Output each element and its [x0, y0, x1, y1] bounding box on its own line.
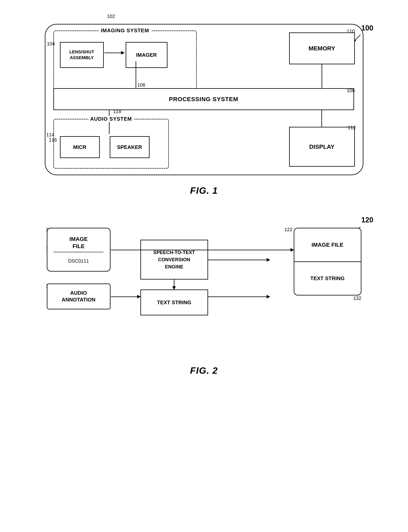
ref-122-right: 122 — [284, 227, 292, 232]
lens-line2: ASSEMBLY — [69, 55, 94, 61]
arrow-lens-imager — [104, 52, 124, 53]
imaging-system-dashed: IMAGING SYSTEM 104 LENS/SHUT ASSEMBLY IM… — [53, 30, 197, 90]
line-imager-proc — [136, 61, 136, 88]
arrow-imgfile-right — [111, 250, 294, 250]
img-file-right-top-line1: IMAGE FILE — [311, 241, 343, 248]
fig1-container: 100 102 IMAGING SYSTEM 104 LENS/SHUT A — [35, 24, 373, 196]
line-mem-proc — [322, 64, 322, 88]
img-file-right-top-text: IMAGE FILE — [311, 241, 343, 248]
arrow-speech-right — [208, 260, 270, 260]
page: 100 102 IMAGING SYSTEM 104 LENS/SHUT A — [0, 0, 408, 532]
img-file-left-sub: DSC0111 — [68, 258, 89, 264]
micr-label: MICR — [73, 144, 86, 150]
arrow-speech-textstring — [174, 279, 174, 289]
fig2-container: 120 122 126 IMAGE FILE DSC0111 — [35, 216, 373, 376]
img-file-left-line1: IMAGE — [69, 236, 88, 243]
img-file-right-bottom: TEXT STRING — [294, 262, 361, 295]
fig2-caption: FIG. 2 — [35, 365, 373, 376]
ref-132: 132 — [353, 296, 361, 301]
img-file-right-bottom-text: TEXT STRING — [310, 275, 345, 281]
arrow-textstring-right — [208, 296, 270, 297]
speech-engine-text: SPEECH-TO-TEXT CONVERSION ENGINE — [153, 249, 195, 270]
fig1-outer-box: 102 IMAGING SYSTEM 104 LENS/SHUT ASSEMBL… — [45, 24, 363, 175]
ref-104: 104 — [47, 41, 55, 47]
audio-annotation-line1: AUDIO — [62, 290, 95, 296]
speech-engine-line3: ENGINE — [153, 263, 195, 270]
processing-label: PROCESSING SYSTEM — [169, 96, 238, 102]
lens-line1: LENS/SHUT — [69, 49, 94, 55]
img-file-left-title: IMAGE FILE — [69, 236, 88, 250]
audio-annotation-line2: ANNOTATION — [62, 296, 95, 303]
img-file-left-line2: FILE — [69, 243, 88, 250]
memory-box: MEMORY — [289, 33, 355, 64]
lens-assembly-box: LENS/SHUT ASSEMBLY — [60, 42, 104, 68]
ref-106: 106 — [137, 82, 145, 88]
memory-label: MEMORY — [309, 45, 335, 52]
ref-100: 100 — [361, 24, 373, 32]
imaging-system-label: IMAGING SYSTEM — [99, 27, 151, 34]
ref-102: 102 — [107, 14, 115, 19]
img-file-left-divider — [54, 252, 103, 252]
speech-engine-box: SPEECH-TO-TEXT CONVERSION ENGINE — [140, 240, 208, 279]
img-file-right-top: IMAGE FILE — [294, 228, 361, 262]
speech-engine-line2: CONVERSION — [153, 256, 195, 263]
audio-system-dashed: AUDIO SYSTEM MICR SPEAKER 118 — [53, 119, 169, 169]
imager-box: IMAGER — [126, 42, 168, 68]
ref-116: 116 — [49, 137, 57, 143]
display-box: DISPLAY — [289, 127, 355, 167]
imager-label: IMAGER — [136, 52, 157, 58]
text-string-box: TEXT STRING — [140, 289, 208, 315]
speaker-box: SPEAKER — [110, 136, 150, 158]
text-string-label: TEXT STRING — [157, 299, 191, 306]
display-label: DISPLAY — [309, 143, 334, 150]
audio-system-label: AUDIO SYSTEM — [88, 116, 134, 122]
fig1-caption: FIG. 1 — [35, 185, 373, 196]
ref-108: 108 — [347, 88, 355, 93]
speaker-label: SPEAKER — [117, 144, 142, 150]
img-file-left: IMAGE FILE DSC0111 — [47, 228, 110, 271]
micr-box: MICR — [60, 136, 100, 158]
ref-118: 118 — [113, 109, 121, 114]
audio-annotation-text: AUDIO ANNOTATION — [62, 290, 95, 303]
audio-annotation-box: AUDIO ANNOTATION — [47, 284, 110, 309]
ref-112: 112 — [348, 125, 356, 130]
ref-114: 114 — [46, 132, 54, 138]
processing-box: PROCESSING SYSTEM — [53, 88, 354, 110]
arrow-audio-text — [111, 296, 140, 297]
ref-110: 110 — [347, 28, 355, 34]
img-file-right: IMAGE FILE TEXT STRING — [294, 228, 361, 296]
fig2-content: 122 126 IMAGE FILE DSC0111 124 AUDIO ANN… — [35, 216, 373, 355]
